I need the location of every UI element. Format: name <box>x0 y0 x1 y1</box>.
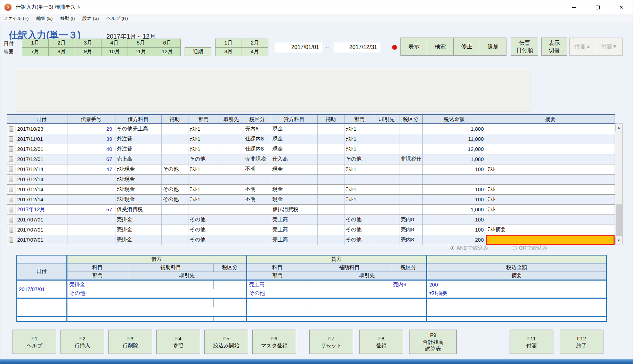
grid-cell[interactable] <box>317 154 344 164</box>
grid-cell[interactable]: 2017/12/14 <box>16 194 67 204</box>
credit-sub-subject-field[interactable] <box>308 316 391 322</box>
grid-cell[interactable]: ﾃｽﾄ1 <box>188 124 219 134</box>
grid-cell[interactable] <box>317 194 344 204</box>
grid-cell[interactable] <box>219 124 244 134</box>
grid-cell[interactable] <box>375 134 399 144</box>
grid-cell[interactable]: 2017/12/14 <box>16 174 67 184</box>
grid-cell[interactable] <box>161 154 188 164</box>
grid-cell[interactable]: ﾃｽﾄ摘要 <box>486 225 615 235</box>
debit-dept-field[interactable]: その他 <box>67 289 128 298</box>
fnkey-f9[interactable]: F9合計残高 試算表 <box>409 330 457 354</box>
fnkey-f1[interactable]: F1ヘルプ <box>13 330 56 354</box>
table-row[interactable]: 2017/12/0140外注費ﾃｽﾄ1仕課内8現金ﾃｽﾄ112,000 <box>7 144 615 154</box>
grid-cell[interactable] <box>161 225 188 235</box>
debit-tax-field[interactable] <box>213 280 246 289</box>
grid-cell[interactable]: 仮払消費税 <box>271 204 317 215</box>
grid-cell[interactable] <box>271 174 317 184</box>
grid-cell[interactable] <box>375 194 399 204</box>
grid-cell[interactable] <box>375 204 399 215</box>
grid-cell[interactable] <box>67 235 115 245</box>
fnkey-f2[interactable]: F2行挿入 <box>60 330 104 354</box>
grid-cell[interactable]: 現金 <box>271 124 317 134</box>
grid-cell[interactable]: 2017/12/14 <box>16 184 67 194</box>
grid-cell[interactable]: 売掛金 <box>115 215 161 225</box>
debit-sub-subject-field[interactable] <box>128 316 213 322</box>
grid-cell[interactable]: 現金 <box>271 194 317 204</box>
grid-cell[interactable] <box>219 204 244 215</box>
grid-cell[interactable]: 売上高 <box>115 154 161 164</box>
table-row[interactable]: 2017/12/0167売上高その他売非課税仕入高その他非課税仕入1,080 <box>7 154 615 164</box>
grid-cell[interactable] <box>67 174 115 184</box>
menu-item[interactable]: ファイル (F) <box>3 15 29 22</box>
grid-cell[interactable] <box>219 184 244 194</box>
grid-cell[interactable] <box>219 225 244 235</box>
grid-cell[interactable] <box>244 174 271 184</box>
table-row[interactable]: 2017/07/01売掛金その他売上高その他売内8200 <box>7 235 615 245</box>
grid-cell[interactable]: 39 <box>67 134 115 144</box>
fnkey-f6[interactable]: F6マスタ登録 <box>252 330 296 354</box>
grid-cell[interactable] <box>399 204 422 215</box>
grid-cell[interactable]: 不明 <box>244 164 271 174</box>
month-button[interactable]: 11月 <box>128 47 154 56</box>
grid-cell[interactable]: その他 <box>161 184 188 194</box>
menu-item[interactable]: ヘルプ (H) <box>106 15 128 22</box>
grid-cell[interactable]: 仕入高 <box>271 154 317 164</box>
grid-cell[interactable] <box>317 215 344 225</box>
table-row[interactable]: 2017/12/14ﾃｽﾄ現金 <box>7 174 615 184</box>
grid-cell[interactable] <box>375 154 399 164</box>
grid-cell[interactable]: 売内8 <box>399 215 422 225</box>
debit-tax-field[interactable] <box>213 298 246 307</box>
grid-cell[interactable]: 仮受消費税 <box>115 204 161 215</box>
month-button[interactable]: 3月 <box>215 47 242 56</box>
display-button[interactable]: 表示 <box>400 38 427 56</box>
debit-partner-field[interactable] <box>128 289 246 298</box>
minimize-button[interactable] <box>566 0 582 14</box>
grid-cell[interactable]: 29 <box>67 124 115 134</box>
grid-cell[interactable]: 現金 <box>271 144 317 154</box>
month-button[interactable]: 2月 <box>48 39 75 48</box>
grid-cell[interactable]: ﾃｽﾄ1 <box>188 144 219 154</box>
grid-cell[interactable]: 100 <box>422 184 486 194</box>
grid-cell[interactable]: ﾃｽﾄ現金 <box>115 174 161 184</box>
table-row[interactable]: 2017/12/14ﾃｽﾄ現金その他ﾃｽﾄ1不明現金ﾃｽﾄ1100ﾃｽﾄ <box>7 194 615 204</box>
grid-cell[interactable]: その他 <box>344 215 375 225</box>
grid-cell[interactable]: 57 <box>67 204 115 215</box>
credit-sub-subject-field[interactable] <box>308 280 391 289</box>
grid-cell[interactable]: その他 <box>344 235 375 245</box>
fnkey-f5[interactable]: F5絞込み開始 <box>204 330 248 354</box>
table-row[interactable]: 2017/12/14ﾃｽﾄ現金その他ﾃｽﾄ1不明現金ﾃｽﾄ1100ﾃｽﾄ <box>7 184 615 194</box>
grid-cell[interactable] <box>399 184 422 194</box>
grid-cell[interactable]: 67 <box>67 154 115 164</box>
fnkey-f4[interactable]: F4参照 <box>156 330 200 354</box>
grid-cell[interactable]: 売上高 <box>271 235 317 245</box>
grid-cell[interactable] <box>399 134 422 144</box>
month-button[interactable]: 1月 <box>215 39 242 48</box>
modify-button[interactable]: 修正 <box>453 38 480 56</box>
credit-dept-field[interactable]: その他 <box>246 289 308 298</box>
grid-cell[interactable]: 2017/12/01 <box>16 144 67 154</box>
date-from-input[interactable]: 2017/01/01 <box>275 43 322 52</box>
row-note-icon[interactable] <box>7 215 16 225</box>
month-button[interactable]: 2月 <box>242 39 268 48</box>
credit-tax-field[interactable] <box>391 298 427 307</box>
grid-cell[interactable] <box>161 124 188 134</box>
month-button[interactable]: 3月 <box>75 39 102 48</box>
grid-cell[interactable] <box>161 174 188 184</box>
credit-subject-field[interactable] <box>246 298 308 307</box>
credit-subject-field[interactable]: 売上高 <box>246 280 308 289</box>
grid-cell[interactable]: その他 <box>188 225 219 235</box>
grid-cell[interactable]: ﾃｽﾄ <box>486 184 615 194</box>
grid-cell[interactable]: 仕課内8 <box>244 134 271 144</box>
add-button[interactable]: 追加 <box>480 38 506 56</box>
grid-cell[interactable]: ﾃｽﾄ1 <box>344 124 375 134</box>
grid-cell[interactable]: 仕課内8 <box>244 144 271 154</box>
grid-cell[interactable]: 2017/07/01 <box>16 235 67 245</box>
grid-cell[interactable]: 200 <box>422 235 486 245</box>
grid-cell[interactable]: 現金 <box>271 184 317 194</box>
grid-cell[interactable]: 売内8 <box>399 235 422 245</box>
fnkey-f3[interactable]: F3行削除 <box>108 330 152 354</box>
grid-cell[interactable] <box>375 235 399 245</box>
debit-partner-field[interactable] <box>128 307 246 316</box>
month-button[interactable]: 8月 <box>48 47 75 56</box>
row-note-icon[interactable] <box>7 225 16 235</box>
